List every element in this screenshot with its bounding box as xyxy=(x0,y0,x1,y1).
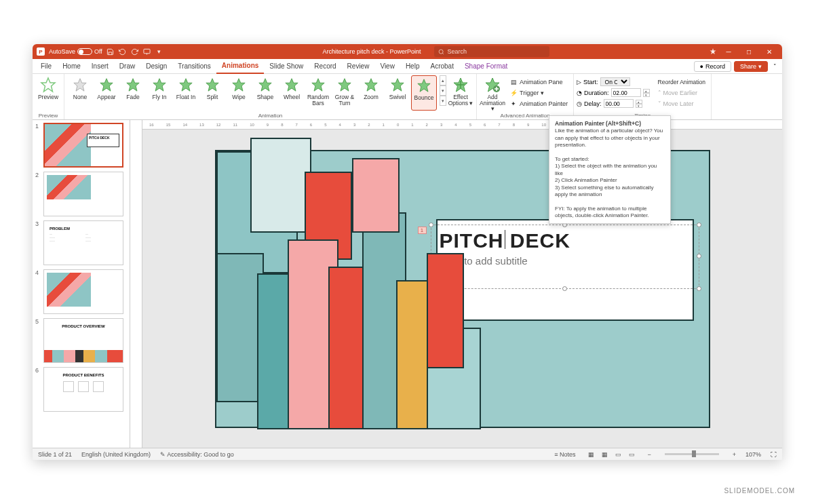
fit-to-window-icon[interactable]: ⛶ xyxy=(771,451,777,458)
tab-record[interactable]: Record xyxy=(309,59,341,74)
trigger-button[interactable]: ⚡Trigger ▾ xyxy=(507,88,570,98)
slide-title[interactable]: PITCH DECK xyxy=(440,229,691,252)
gallery-more-icon[interactable]: ▾ xyxy=(440,96,446,106)
close-button[interactable]: ✕ xyxy=(760,44,778,59)
tab-transitions[interactable]: Transitions xyxy=(172,59,216,74)
thumb-preview[interactable]: SOLUTION———————————— xyxy=(43,269,123,314)
effect-fade[interactable]: Fade xyxy=(120,75,146,111)
record-button[interactable]: ● Record xyxy=(694,61,731,72)
share-button[interactable]: Share ▾ xyxy=(734,61,768,72)
effect-label: Grow & Turn xyxy=(332,94,357,106)
effect-appear[interactable]: Appear xyxy=(94,75,119,111)
tab-help[interactable]: Help xyxy=(400,59,425,74)
effect-label: Shape xyxy=(257,94,274,100)
undo-icon[interactable] xyxy=(119,47,127,56)
ribbon-group-animation: NoneAppearFadeFly InFloat InSplitWipeSha… xyxy=(64,74,477,119)
zoom-in-icon[interactable]: + xyxy=(733,451,736,458)
animation-tag[interactable]: 1 xyxy=(418,227,427,234)
ribbon-group-advanced: Add Animation ▾ ▤Animation Pane ⚡Trigger… xyxy=(477,74,574,119)
move-earlier-button[interactable]: ˄ Move Earlier xyxy=(655,88,708,98)
duration-icon: ◔ xyxy=(577,90,582,96)
delay-spinner[interactable]: ▴▾ xyxy=(636,100,642,108)
start-select[interactable]: On Click xyxy=(600,77,630,86)
account-icon[interactable] xyxy=(709,47,717,56)
slide-thumbnails[interactable]: 1PITCH DECK2ABOUT USLorem ipsum dolor si… xyxy=(33,120,130,448)
save-icon[interactable] xyxy=(106,47,115,56)
effect-zoom[interactable]: Zoom xyxy=(358,75,384,111)
thumb-item-1[interactable]: 1PITCH DECK xyxy=(35,123,127,168)
tab-insert[interactable]: Insert xyxy=(86,59,114,74)
slideshow-view-icon[interactable]: ▭ xyxy=(625,450,638,459)
effect-bounce[interactable]: Bounce xyxy=(411,75,437,111)
tab-view[interactable]: View xyxy=(374,59,400,74)
notes-button[interactable]: ≡ Notes xyxy=(554,451,575,458)
thumb-item-3[interactable]: 3PROBLEM—————————— xyxy=(35,220,127,265)
search-box[interactable]: Search xyxy=(434,46,549,57)
sorter-view-icon[interactable]: ▦ xyxy=(598,450,610,459)
animation-pane-button[interactable]: ▤Animation Pane xyxy=(507,77,570,87)
zoom-out-icon[interactable]: − xyxy=(647,451,651,458)
thumb-preview[interactable]: ABOUT USLorem ipsum dolor sit amet conse… xyxy=(43,172,123,216)
language-status[interactable]: English (United Kingdom) xyxy=(81,451,151,458)
effect-split[interactable]: Split xyxy=(199,75,225,111)
accessibility-status[interactable]: ✎ Accessibility: Good to go xyxy=(160,451,234,458)
effect-random-bars[interactable]: Random Bars xyxy=(305,75,331,111)
thumb-item-5[interactable]: 5PRODUCT OVERVIEW xyxy=(35,318,127,363)
tab-home[interactable]: Home xyxy=(57,59,86,74)
duration-spinner[interactable]: ▴▾ xyxy=(643,89,650,97)
thumb-item-6[interactable]: 6PRODUCT BENEFITS xyxy=(35,367,127,412)
thumb-item-4[interactable]: 4SOLUTION———————————— xyxy=(35,269,127,314)
tab-draw[interactable]: Draw xyxy=(114,59,140,74)
gallery-up-icon[interactable]: ▴ xyxy=(440,75,446,85)
svg-marker-11 xyxy=(233,79,245,91)
star-icon xyxy=(416,77,432,94)
tab-slideshow[interactable]: Slide Show xyxy=(264,59,309,74)
tab-design[interactable]: Design xyxy=(140,59,172,74)
tab-shape-format[interactable]: Shape Format xyxy=(459,59,513,74)
slide-counter[interactable]: Slide 1 of 21 xyxy=(38,451,72,458)
qat-chevron-icon[interactable]: ▾ xyxy=(155,47,163,56)
effect-swivel[interactable]: Swivel xyxy=(385,75,410,111)
normal-view-icon[interactable]: ▦ xyxy=(585,450,597,459)
tab-animations[interactable]: Animations xyxy=(216,59,264,74)
effect-none[interactable]: None xyxy=(67,75,93,111)
thumb-preview[interactable]: PRODUCT BENEFITS xyxy=(43,367,123,412)
effect-shape[interactable]: Shape xyxy=(252,75,278,111)
effect-options-button[interactable]: Effect Options ▾ xyxy=(448,75,473,111)
present-icon[interactable] xyxy=(143,47,151,56)
thumb-number: 4 xyxy=(35,269,41,314)
gallery-down-icon[interactable]: ▾ xyxy=(440,85,446,96)
effect-wheel[interactable]: Wheel xyxy=(279,75,305,111)
slide-subtitle-placeholder[interactable]: Click to add subtitle xyxy=(440,255,691,267)
effect-label: Float In xyxy=(176,94,195,100)
zoom-slider[interactable] xyxy=(665,453,719,455)
effect-grow-turn[interactable]: Grow & Turn xyxy=(332,75,357,111)
minimize-button[interactable]: ─ xyxy=(720,44,737,59)
reading-view-icon[interactable]: ▭ xyxy=(612,450,624,459)
animation-painter-button[interactable]: ✦Animation Painter xyxy=(507,98,570,109)
zoom-level[interactable]: 107% xyxy=(745,451,761,458)
collapse-ribbon-icon[interactable]: ˅ xyxy=(771,63,779,70)
duration-input[interactable] xyxy=(611,88,641,97)
effect-fly-in[interactable]: Fly In xyxy=(147,75,172,111)
title-textbox-selection[interactable]: 1 PITCH DECK Click to add subtitle xyxy=(431,225,699,289)
effect-wipe[interactable]: Wipe xyxy=(226,75,252,111)
thumb-preview[interactable]: PROBLEM—————————— xyxy=(43,220,123,265)
delay-input[interactable] xyxy=(604,99,634,108)
autosave-toggle[interactable]: AutoSave Off xyxy=(49,48,102,55)
toggle-switch-icon[interactable] xyxy=(77,48,92,55)
add-animation-button[interactable]: Add Animation ▾ xyxy=(480,75,505,111)
thumb-preview[interactable]: PITCH DECK xyxy=(43,123,123,168)
tab-acrobat[interactable]: Acrobat xyxy=(425,59,459,74)
effect-label: Wipe xyxy=(232,94,245,100)
redo-icon[interactable] xyxy=(131,47,139,56)
move-later-button[interactable]: ˅ Move Later xyxy=(655,98,708,109)
thumb-item-2[interactable]: 2ABOUT USLorem ipsum dolor sit amet cons… xyxy=(35,172,127,216)
tab-file[interactable]: File xyxy=(35,59,57,74)
tab-review[interactable]: Review xyxy=(342,59,375,74)
effect-float-in[interactable]: Float In xyxy=(173,75,199,111)
slide-canvas[interactable]: 1 PITCH DECK Click to add subtitle xyxy=(142,130,782,448)
maximize-button[interactable]: □ xyxy=(740,44,758,59)
thumb-preview[interactable]: PRODUCT OVERVIEW xyxy=(43,318,123,363)
preview-button[interactable]: Preview xyxy=(35,75,61,111)
